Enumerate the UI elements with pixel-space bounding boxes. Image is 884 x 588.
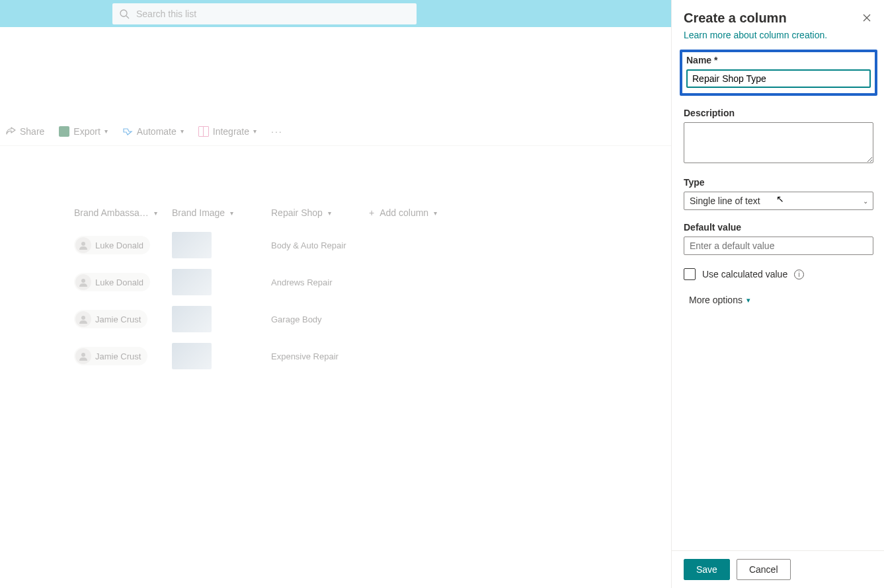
panel-title: Create a column [684, 11, 787, 26]
avatar-icon [75, 348, 91, 364]
column-header-label: Repair Shop [271, 207, 323, 218]
brand-image-thumbnail[interactable] [172, 306, 212, 332]
default-value-input[interactable] [684, 237, 873, 255]
persona-pill[interactable]: Luke Donald [74, 273, 150, 291]
persona-name: Jamie Crust [95, 314, 141, 324]
persona-pill[interactable]: Jamie Crust [74, 347, 147, 365]
calculated-value-checkbox-row[interactable]: Use calculated value i [684, 268, 873, 280]
avatar-icon [75, 274, 91, 290]
calculated-value-label: Use calculated value [702, 269, 787, 279]
svg-point-0 [120, 10, 127, 17]
column-header-label: Brand Ambassa… [74, 207, 149, 218]
column-header-repair-shop[interactable]: Repair Shop ▾ [271, 207, 369, 218]
search-box[interactable] [112, 3, 417, 24]
checkbox-icon[interactable] [684, 268, 696, 280]
chevron-down-icon: ▾ [253, 128, 257, 135]
more-options-toggle[interactable]: More options ▾ [689, 295, 873, 305]
chevron-down-icon: ▾ [434, 209, 437, 217]
svg-point-5 [81, 353, 85, 357]
integrate-button[interactable]: Integrate ▾ [198, 126, 257, 137]
integrate-icon [198, 126, 209, 137]
repair-shop-cell: Andrews Repair [271, 277, 369, 287]
brand-image-thumbnail[interactable] [172, 269, 212, 295]
svg-point-3 [81, 279, 85, 283]
column-header-label: Brand Image [172, 207, 225, 218]
chevron-down-icon: ▾ [746, 296, 750, 305]
cancel-button[interactable]: Cancel [737, 559, 791, 580]
share-label: Share [20, 126, 44, 137]
repair-shop-cell: Body & Auto Repair [271, 240, 369, 250]
name-input[interactable] [686, 69, 871, 88]
automate-icon [122, 126, 133, 137]
svg-point-4 [81, 316, 85, 320]
share-icon [5, 126, 16, 137]
type-select[interactable]: Single line of text ⌄ ↖ [684, 192, 873, 210]
column-header-brand-image[interactable]: Brand Image ▾ [172, 207, 271, 218]
plus-icon: + [369, 207, 374, 218]
integrate-label: Integrate [213, 126, 249, 137]
chevron-down-icon: ▾ [181, 128, 184, 135]
persona-pill[interactable]: Jamie Crust [74, 310, 147, 328]
add-column-button[interactable]: + Add column ▾ [369, 207, 468, 218]
chevron-down-icon: ▾ [230, 209, 233, 217]
chevron-down-icon: ▾ [328, 209, 331, 217]
svg-point-2 [81, 242, 85, 246]
svg-line-1 [126, 16, 129, 18]
more-commands-button[interactable]: ··· [271, 126, 283, 137]
brand-image-thumbnail[interactable] [172, 232, 212, 258]
repair-shop-cell: Garage Body [271, 314, 369, 324]
persona-name: Jamie Crust [95, 351, 141, 361]
chevron-down-icon: ▾ [104, 128, 108, 135]
avatar-icon [75, 311, 91, 327]
automate-button[interactable]: Automate ▾ [122, 126, 184, 137]
search-input[interactable] [136, 9, 410, 19]
persona-pill[interactable]: Luke Donald [74, 236, 150, 254]
chevron-down-icon: ▾ [154, 209, 157, 217]
avatar-icon [75, 237, 91, 253]
persona-name: Luke Donald [95, 277, 143, 287]
column-header-brand-ambassador[interactable]: Brand Ambassa… ▾ [74, 207, 172, 218]
brand-image-thumbnail[interactable] [172, 343, 212, 369]
export-button[interactable]: Export ▾ [59, 126, 107, 137]
info-icon[interactable]: i [794, 270, 804, 279]
name-field-highlight: Name * [680, 50, 877, 96]
save-button[interactable]: Save [684, 559, 730, 580]
description-label: Description [684, 108, 873, 118]
more-icon: ··· [271, 126, 283, 137]
create-column-panel: Create a column Learn more about column … [671, 0, 884, 588]
export-label: Export [73, 126, 100, 137]
automate-label: Automate [137, 126, 177, 137]
description-input[interactable] [684, 122, 873, 163]
search-icon [119, 9, 130, 19]
panel-footer: Save Cancel [672, 550, 884, 588]
close-button[interactable] [860, 11, 873, 26]
excel-icon [59, 126, 69, 137]
persona-name: Luke Donald [95, 240, 143, 250]
default-value-label: Default value [684, 222, 873, 233]
type-label: Type [684, 177, 873, 188]
type-value: Single line of text [684, 192, 873, 210]
add-column-label: Add column [380, 207, 428, 218]
name-label: Name * [686, 55, 871, 65]
repair-shop-cell: Expensive Repair [271, 351, 369, 361]
close-icon [863, 14, 871, 22]
share-button[interactable]: Share [5, 126, 44, 137]
more-options-label: More options [689, 295, 743, 305]
learn-more-link[interactable]: Learn more about column creation. [684, 30, 827, 40]
